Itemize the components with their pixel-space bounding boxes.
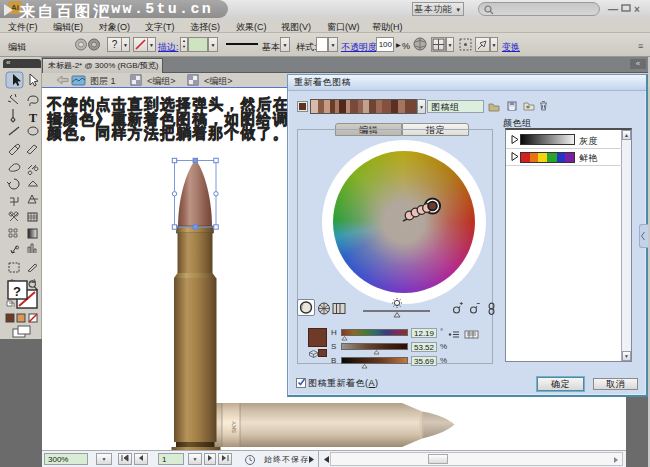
svg-text:T: T	[29, 111, 37, 125]
svg-text:SKY: SKY	[231, 421, 237, 433]
svg-text:?: ?	[13, 284, 21, 299]
